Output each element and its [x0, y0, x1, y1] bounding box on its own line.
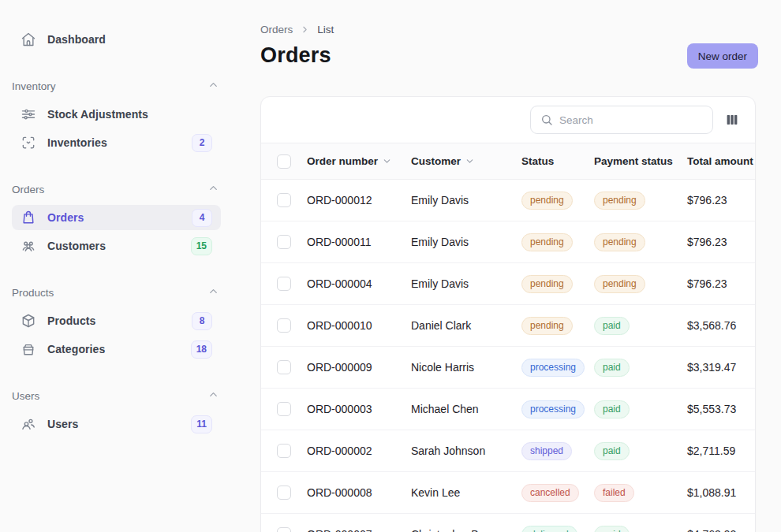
- chevron-up-icon[interactable]: [207, 389, 219, 404]
- table-row[interactable]: ORD-000010 Daniel Clark pending paid $3,…: [261, 305, 756, 347]
- status-cell: pending: [521, 305, 594, 347]
- shopping-bag-icon: [21, 210, 36, 225]
- sidebar-section-users[interactable]: Users: [12, 389, 221, 404]
- row-checkbox[interactable]: [277, 360, 291, 374]
- chevron-down-icon[interactable]: [465, 156, 475, 166]
- new-order-button[interactable]: New order: [687, 43, 758, 69]
- order-number-cell: ORD-000010: [307, 305, 411, 347]
- orders-table-card: Order number Customer Status Payment sta…: [260, 96, 756, 532]
- order-number-cell: ORD-000011: [307, 221, 411, 263]
- customer-cell: Kevin Lee: [411, 472, 521, 514]
- status-badge: pending: [521, 317, 573, 335]
- status-badge: cancelled: [521, 484, 579, 502]
- customer-cell: Emily Davis: [411, 263, 521, 305]
- payment-status-cell: paid: [594, 389, 687, 430]
- sidebar-section-label: Orders: [12, 184, 44, 195]
- chevron-down-icon[interactable]: [382, 156, 392, 166]
- payment-status-badge: pending: [594, 275, 645, 293]
- row-checkbox[interactable]: [277, 527, 291, 532]
- sidebar-item-orders[interactable]: Orders 4: [12, 205, 221, 230]
- customer-cell: Christopher Brown: [411, 514, 521, 532]
- sidebar-section-products[interactable]: Products: [12, 285, 221, 300]
- status-cell: delivered: [521, 514, 594, 532]
- column-header-status: Status: [521, 143, 594, 180]
- sidebar-section-orders[interactable]: Orders: [12, 182, 221, 197]
- sidebar-item-badge: 4: [192, 209, 212, 227]
- payment-status-badge: failed: [594, 484, 634, 502]
- column-header-payment-status: Payment status: [594, 143, 687, 180]
- payment-status-badge: paid: [594, 526, 630, 532]
- status-cell: shipped: [521, 430, 594, 472]
- table-row[interactable]: ORD-000003 Michael Chen processing paid …: [261, 389, 756, 430]
- chevron-up-icon[interactable]: [207, 285, 219, 300]
- sidebar: Dashboard Inventory Stock Adjustments In…: [0, 0, 237, 532]
- sidebar-item-products[interactable]: Products 8: [12, 308, 221, 333]
- status-badge: pending: [521, 192, 573, 210]
- payment-status-cell: pending: [594, 180, 687, 221]
- payment-status-cell: failed: [594, 472, 687, 514]
- search-input[interactable]: [559, 114, 703, 126]
- table-row[interactable]: ORD-000002 Sarah Johnson shipped paid $2…: [261, 430, 756, 472]
- table-row[interactable]: ORD-000007 Christopher Brown delivered p…: [261, 514, 756, 532]
- customer-cell: Sarah Johnson: [411, 430, 521, 472]
- search-box[interactable]: [530, 106, 713, 134]
- status-cell: cancelled: [521, 472, 594, 514]
- column-header-customer[interactable]: Customer: [411, 143, 521, 180]
- payment-status-badge: paid: [594, 400, 630, 419]
- search-icon: [540, 113, 553, 126]
- row-checkbox[interactable]: [277, 193, 291, 207]
- row-checkbox[interactable]: [277, 444, 291, 458]
- table-toolbar: [261, 97, 755, 143]
- sidebar-item-categories[interactable]: Categories 18: [12, 337, 221, 362]
- customer-cell: Emily Davis: [411, 221, 521, 263]
- row-checkbox[interactable]: [277, 485, 291, 500]
- chevron-up-icon[interactable]: [207, 182, 219, 197]
- breadcrumb-orders[interactable]: Orders: [260, 24, 293, 35]
- sidebar-item-badge: 15: [191, 237, 212, 255]
- row-checkbox[interactable]: [277, 318, 291, 333]
- status-cell: pending: [521, 263, 594, 305]
- sidebar-section-inventory[interactable]: Inventory: [12, 79, 221, 94]
- table-row[interactable]: ORD-000011 Emily Davis pending pending $…: [261, 221, 756, 263]
- sidebar-item-label: Users: [47, 418, 180, 430]
- row-checkbox[interactable]: [277, 402, 291, 416]
- status-badge: pending: [521, 233, 573, 251]
- chevron-right-icon: [300, 24, 310, 35]
- row-checkbox[interactable]: [277, 277, 291, 291]
- select-all-checkbox[interactable]: [277, 154, 291, 169]
- status-cell: pending: [521, 221, 594, 263]
- sidebar-section-label: Inventory: [12, 80, 56, 92]
- orders-table: Order number Customer Status Payment sta…: [261, 143, 756, 532]
- sidebar-item-label: Inventories: [47, 136, 181, 149]
- row-checkbox[interactable]: [277, 235, 291, 249]
- payment-status-cell: paid: [594, 514, 687, 532]
- total-amount-cell: $4,763.92: [687, 514, 756, 532]
- payment-status-cell: paid: [594, 305, 687, 347]
- sidebar-item-users[interactable]: Users 11: [12, 411, 221, 437]
- chevron-up-icon[interactable]: [207, 79, 219, 94]
- sidebar-item-stock-adjustments[interactable]: Stock Adjustments: [12, 102, 221, 127]
- table-row[interactable]: ORD-000008 Kevin Lee cancelled failed $1…: [261, 472, 756, 514]
- total-amount-cell: $796.23: [687, 180, 756, 221]
- table-row[interactable]: ORD-000012 Emily Davis pending pending $…: [261, 180, 756, 221]
- table-row[interactable]: ORD-000004 Emily Davis pending pending $…: [261, 263, 756, 305]
- order-number-cell: ORD-000002: [307, 430, 411, 472]
- total-amount-cell: $796.23: [687, 263, 756, 305]
- sidebar-item-label: Stock Adjustments: [47, 108, 212, 121]
- column-header-order-number[interactable]: Order number: [307, 143, 411, 180]
- column-toggle-button[interactable]: [723, 111, 741, 128]
- order-number-cell: ORD-000007: [307, 514, 411, 532]
- sidebar-item-inventories[interactable]: Inventories 2: [12, 130, 221, 155]
- status-badge: delivered: [521, 526, 577, 532]
- payment-status-cell: pending: [594, 221, 687, 263]
- payment-status-badge: pending: [594, 233, 645, 251]
- order-number-cell: ORD-000003: [307, 389, 411, 430]
- sidebar-item-customers[interactable]: Customers 15: [12, 233, 221, 259]
- scan-icon: [21, 135, 36, 151]
- table-row[interactable]: ORD-000009 Nicole Harris processing paid…: [261, 347, 756, 389]
- sidebar-item-label: Customers: [47, 240, 180, 252]
- status-badge: processing: [521, 359, 585, 377]
- sidebar-item-dashboard[interactable]: Dashboard: [12, 27, 221, 52]
- users-icon: [21, 416, 36, 432]
- payment-status-cell: pending: [594, 263, 687, 305]
